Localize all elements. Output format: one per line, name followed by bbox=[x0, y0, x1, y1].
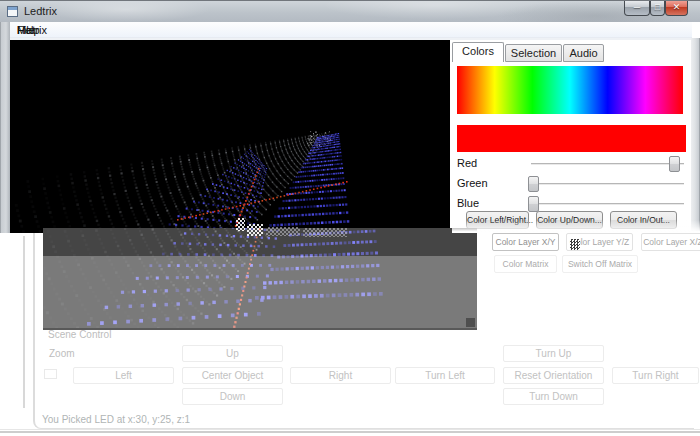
blue-slider-track[interactable] bbox=[531, 203, 684, 205]
red-slider-label: Red bbox=[457, 157, 477, 169]
menu-help[interactable]: Help bbox=[8, 22, 49, 38]
pan-left-button[interactable]: Left bbox=[73, 367, 174, 384]
window-bottom-edge-2 bbox=[0, 431, 700, 433]
mouse-cursor bbox=[236, 218, 245, 231]
switch-off-matrix-button[interactable]: Switch Off Matrix bbox=[562, 255, 638, 273]
zoom-label: Zoom bbox=[49, 348, 75, 359]
red-slider-track[interactable] bbox=[531, 163, 684, 165]
pan-up-button[interactable]: Up bbox=[182, 345, 283, 362]
window-title: Ledtrix bbox=[24, 5, 57, 17]
red-slider-handle[interactable] bbox=[669, 156, 680, 172]
tab-selection[interactable]: Selection bbox=[505, 44, 562, 62]
maximize-button[interactable]: □ bbox=[650, 1, 665, 16]
turn-left-button[interactable]: Turn Left bbox=[395, 367, 495, 384]
dither-artifact bbox=[266, 227, 300, 236]
ledtrix-window: Ledtrix ─ □ ✕ FileMatrixHelp Colors Sele… bbox=[0, 0, 700, 436]
led-matrix-viewport[interactable] bbox=[10, 40, 450, 233]
client-area-inner-line bbox=[23, 236, 25, 408]
tab-audio[interactable]: Audio bbox=[563, 44, 604, 62]
pan-down-button[interactable]: Down bbox=[182, 388, 283, 405]
rainbow-gradient-bar[interactable] bbox=[457, 66, 683, 114]
minimize-button[interactable]: ─ bbox=[624, 1, 650, 16]
ghost-bottom-edge bbox=[43, 328, 477, 330]
window-bottom-edge bbox=[0, 429, 700, 430]
color-layer-xy-button[interactable]: Color Layer X/Y bbox=[492, 233, 559, 251]
status-bar-text: You Picked LED at x:30, y:25, z:1 bbox=[42, 414, 190, 425]
reset-orientation-button[interactable]: Reset Orientation bbox=[503, 367, 604, 384]
green-slider-handle[interactable] bbox=[528, 176, 539, 192]
turn-right-button[interactable]: Turn Right bbox=[612, 367, 699, 384]
dither-artifact bbox=[303, 228, 347, 237]
pan-right-button[interactable]: Right bbox=[290, 367, 391, 384]
title-bar[interactable]: Ledtrix ─ □ ✕ bbox=[0, 0, 700, 22]
selected-color-swatch bbox=[457, 125, 686, 152]
ghost-resize-grip bbox=[466, 318, 475, 327]
green-slider-label: Green bbox=[457, 177, 488, 189]
color-layer-xz-button[interactable]: Color Layer X/Z bbox=[641, 233, 700, 251]
zoom-slider-ghost[interactable] bbox=[44, 369, 57, 379]
cursor-ghost-artifact bbox=[570, 239, 580, 250]
center-object-button[interactable]: Center Object bbox=[182, 367, 283, 384]
window-frame-right bbox=[691, 38, 700, 233]
viewport-ghost-canvas bbox=[43, 228, 477, 330]
turn-up-button[interactable]: Turn Up bbox=[503, 345, 604, 362]
color-matrix-button[interactable]: Color Matrix bbox=[494, 255, 557, 273]
turn-down-button[interactable]: Turn Down bbox=[503, 388, 604, 405]
viewport-ghost-artifact bbox=[43, 228, 477, 330]
green-slider-track[interactable] bbox=[531, 183, 684, 185]
blue-slider-label: Blue bbox=[457, 197, 479, 209]
dither-artifact bbox=[247, 224, 263, 236]
overlay-wash bbox=[452, 220, 700, 233]
menu-bar: FileMatrixHelp bbox=[8, 22, 692, 38]
tab-colors[interactable]: Colors bbox=[452, 42, 504, 62]
window-frame-left bbox=[0, 22, 10, 233]
close-button[interactable]: ✕ bbox=[665, 1, 688, 16]
scene-control-title: Scene Control bbox=[48, 329, 111, 340]
app-icon bbox=[7, 6, 18, 17]
blue-slider-handle[interactable] bbox=[528, 196, 539, 212]
